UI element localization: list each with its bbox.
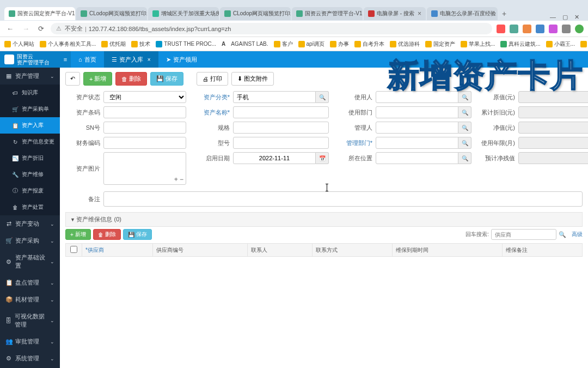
profile-icon[interactable] xyxy=(575,25,584,33)
sidebar-item-repair[interactable]: 🔧资产维修 xyxy=(0,166,60,183)
sidebar-item-consumables[interactable]: 📦耗材管理⌄ xyxy=(0,291,60,308)
image-upload[interactable]: + − xyxy=(103,152,186,185)
search-icon[interactable]: 🔍 xyxy=(458,91,471,103)
checkbox-header[interactable] xyxy=(66,244,82,257)
manager-input[interactable] xyxy=(376,122,458,134)
bookmark[interactable]: 自考升本 xyxy=(354,40,384,48)
maximize-icon[interactable]: ▢ xyxy=(562,14,568,21)
search-icon[interactable]: 🔍 xyxy=(458,122,471,134)
plus-icon[interactable]: + xyxy=(174,176,178,183)
search-icon[interactable]: 🔍 xyxy=(316,91,329,103)
browser-tab[interactable]: 电脑录屏 - 搜索× xyxy=(364,7,426,20)
search-icon[interactable]: 🔍 xyxy=(458,137,471,149)
bookmark[interactable]: 国定资产 xyxy=(425,40,455,48)
search-icon[interactable]: 🔍 xyxy=(559,231,566,238)
sub-save-button[interactable]: 💾 保存 xyxy=(123,229,152,240)
sidebar-item-purchase-order[interactable]: 🛒资产采购单 xyxy=(0,101,60,117)
location-input[interactable] xyxy=(376,152,458,164)
undo-button[interactable]: ↶ xyxy=(65,72,80,86)
sidebar-item-scrap[interactable]: ⓘ资产报废 xyxy=(0,183,60,199)
model-input[interactable] xyxy=(233,137,329,149)
bookmark[interactable]: AGAINST LAB. xyxy=(231,41,268,47)
remark-textarea[interactable] xyxy=(103,191,583,207)
enable-date-input[interactable] xyxy=(233,152,316,164)
bookmark[interactable]: api调页 xyxy=(298,40,324,48)
bookmark[interactable]: 个人事务相关工具... xyxy=(40,40,96,48)
delete-button[interactable]: 🗑删除 xyxy=(115,72,147,86)
reload-icon[interactable]: ⟳ xyxy=(36,23,46,34)
extension-icon[interactable] xyxy=(497,25,505,33)
bookmark[interactable]: 技术 xyxy=(131,40,150,48)
sidebar-item-asset-in[interactable]: 📋资产入库 xyxy=(0,117,60,134)
sub-new-button[interactable]: + 新增 xyxy=(65,229,91,240)
sidebar-item-system[interactable]: ⚙系统管理⌄ xyxy=(0,350,60,367)
bookmark[interactable]: 喜乐无穷 xyxy=(580,40,588,48)
save-button[interactable]: 💾保存 xyxy=(150,72,183,86)
bookmark[interactable]: 真科云建筑... xyxy=(500,40,540,48)
sidebar-item-inventory[interactable]: 📋盘点管理⌄ xyxy=(0,274,60,291)
browser-tab[interactable]: 国资云资产管理平台-V1.0.0× xyxy=(292,7,363,20)
select-all-checkbox[interactable] xyxy=(70,246,77,253)
sidebar-item-visual-data[interactable]: 🗄可视化数据管理⌄ xyxy=(0,308,60,333)
minus-icon[interactable]: − xyxy=(180,176,183,183)
deprec-input[interactable] xyxy=(518,106,588,118)
browser-tab[interactable]: 国资云国定资产平台-V1.0.0× xyxy=(4,7,75,20)
close-icon[interactable]: × xyxy=(148,57,151,63)
orig-value-input[interactable] xyxy=(518,91,588,103)
net-value-input[interactable] xyxy=(518,122,588,134)
barcode-input[interactable] xyxy=(103,106,186,118)
residual-input[interactable] xyxy=(518,152,588,164)
bookmark[interactable]: 苹果上找... xyxy=(461,40,495,48)
print-button[interactable]: 🖨打印 xyxy=(197,72,228,86)
search-icon[interactable]: 🔍 xyxy=(458,152,471,164)
extension-icon[interactable] xyxy=(536,25,544,33)
extension-icon[interactable] xyxy=(510,25,518,33)
bookmark[interactable]: 办事 xyxy=(330,40,349,48)
forward-icon[interactable]: → xyxy=(20,23,32,34)
dept-input[interactable] xyxy=(376,106,458,118)
bookmark[interactable]: 客户 xyxy=(274,40,293,48)
attach-button[interactable]: ⬇图文附件 xyxy=(231,72,274,86)
sidebar-item-asset-change[interactable]: ⇄资产变动⌄ xyxy=(0,215,60,232)
browser-tab[interactable]: 增城区关于加强重大场所管控的...× xyxy=(148,7,219,20)
supplier-search-input[interactable] xyxy=(491,229,556,240)
years-input[interactable] xyxy=(518,137,588,149)
user-input[interactable] xyxy=(376,91,458,103)
sidebar-item-knowledge[interactable]: 🏷知识库 xyxy=(0,85,60,101)
close-icon[interactable]: ✕ xyxy=(574,14,579,21)
sidebar-item-asset-purchase[interactable]: 🛒资产采购⌄ xyxy=(0,232,60,249)
sidebar-item-asset-mgmt[interactable]: ▦资产管理⌄ xyxy=(0,68,60,85)
breadcrumb-asset-use[interactable]: ➤资产领用 xyxy=(158,51,205,68)
bookmark[interactable]: 小霸王... xyxy=(546,40,575,48)
extension-icon[interactable] xyxy=(549,25,558,33)
new-tab-button[interactable]: + xyxy=(499,9,510,18)
browser-tab[interactable]: CLodop网页端预览打印示例_2...× xyxy=(76,7,147,20)
sidebar-toggle-icon[interactable]: ≡ xyxy=(60,51,71,68)
search-icon[interactable]: 🔍 xyxy=(458,106,471,118)
sidebar-item-info-change[interactable]: ↻资产信息变更 xyxy=(0,134,60,150)
bookmark[interactable]: 优托期 xyxy=(101,40,126,48)
spec-input[interactable] xyxy=(233,122,329,134)
sidebar-item-approval[interactable]: 👥审批管理⌄ xyxy=(0,333,60,350)
status-select[interactable]: 空闲 xyxy=(103,91,186,103)
bookmark[interactable]: 个人网站 xyxy=(4,40,34,48)
sidebar-item-disposal[interactable]: 🗑资产处置 xyxy=(0,199,60,215)
calendar-icon[interactable]: 📅 xyxy=(316,152,329,164)
maintenance-section-header[interactable]: 资产维保信息 (0) xyxy=(65,212,583,227)
back-icon[interactable]: ← xyxy=(4,23,16,34)
breadcrumb-asset-in[interactable]: ☰资产入库× xyxy=(104,51,158,68)
bookmark[interactable]: A xyxy=(222,41,225,47)
bookmark[interactable]: TRUST THE PROC... xyxy=(156,41,216,47)
browser-tab[interactable]: CLodop网页端预览打印示例× xyxy=(220,7,291,20)
sidebar-item-asset-settings[interactable]: ⚙资产基础设置⌄ xyxy=(0,249,60,274)
browser-tab[interactable]: 电脑怎么录屏-百度经验× xyxy=(427,7,498,20)
mgmt-dept-input[interactable] xyxy=(376,137,458,149)
sidebar-item-depreciation[interactable]: 📉资产折旧 xyxy=(0,150,60,166)
sn-input[interactable] xyxy=(103,122,186,134)
category-input[interactable] xyxy=(233,91,316,103)
minimize-icon[interactable]: — xyxy=(550,14,556,21)
advanced-link[interactable]: 高级 xyxy=(572,231,583,238)
extension-icon[interactable] xyxy=(523,25,531,33)
new-button[interactable]: +新增 xyxy=(83,72,112,86)
sub-delete-button[interactable]: 🗑 删除 xyxy=(93,229,121,240)
